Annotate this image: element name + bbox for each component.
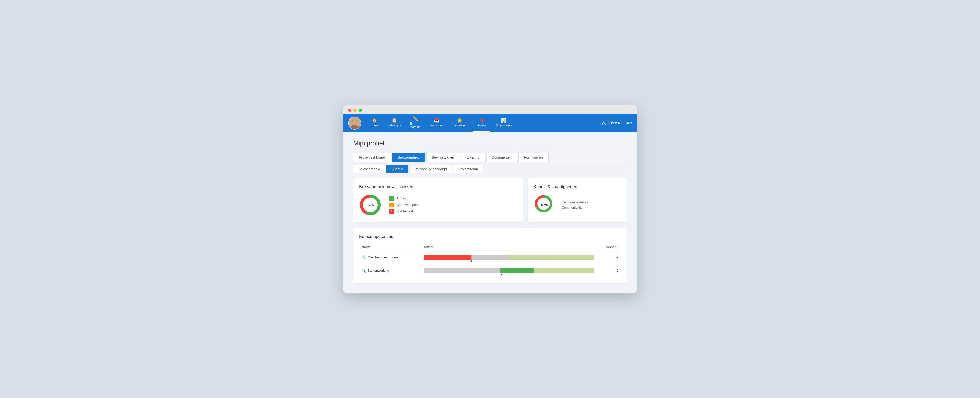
table-row: 🔍 Samenwerking ▲ 0 <box>359 264 621 277</box>
card-kennis-body: 67% Kerncompetenties Communicatie <box>534 194 621 216</box>
visma-logo-icon <box>601 121 606 126</box>
row-name-samenwerking: 🔍 Samenwerking <box>361 269 424 273</box>
nav-label-rapportages: Rapportages <box>495 124 512 127</box>
search-icon[interactable]: 🔍 <box>361 255 366 260</box>
legend-bekwaamheid: 4 Behaald 0 Gaan verlopen 3 Niet behaald <box>389 196 418 214</box>
rapportages-icon: 📊 <box>501 118 506 123</box>
browser-chrome <box>343 105 637 114</box>
search-icon[interactable]: 🔍 <box>361 269 366 273</box>
row-label-coachend: Coachend vermogen <box>368 255 398 259</box>
minimize-button-dot[interactable] <box>353 109 356 112</box>
tab-ervaring[interactable]: Ervaring <box>461 153 485 162</box>
home-icon: 🏠 <box>372 118 377 123</box>
nav-item-catalogus[interactable]: 📋 Catalogus <box>383 114 405 132</box>
legend-niet-behaald-label: Niet behaald <box>396 209 415 213</box>
favorieten-icon: ⭐ <box>457 118 462 123</box>
legend-niet-behaald: 3 Niet behaald <box>389 209 418 214</box>
nav-item-rapportages[interactable]: 📊 Rapportages <box>490 114 516 132</box>
kerncompetenties-title: Kerncompetenties <box>359 234 621 239</box>
tabs-secondary: Bekwaamheid Functie Persoonlijk benodigd… <box>353 165 627 173</box>
main-content: Mijn profiel Profieldashboard Bekwaamhei… <box>343 132 637 293</box>
logo-product: raet <box>626 121 632 125</box>
bar-arrow: ▲ <box>470 260 473 262</box>
trainingen-icon: 📅 <box>434 118 439 123</box>
tab-profieldashboard[interactable]: Profieldashboard <box>353 153 391 162</box>
tab-sec-bekwaamheid[interactable]: Bekwaamheid <box>353 165 385 173</box>
nav-items: 🏠 Home 📋 Catalogus ✏️ E-learning 📅 Train… <box>366 114 516 132</box>
legend-behaald-label: Behaald <box>396 197 408 200</box>
close-button-dot[interactable] <box>348 109 351 112</box>
nav-label-trainingen: Trainingen <box>430 124 444 127</box>
nav-bar: 🏠 Home 📋 Catalogus ✏️ E-learning 📅 Train… <box>343 114 637 132</box>
nav-item-acties[interactable]: 🔖 Acties <box>473 114 490 132</box>
bar-arrow2: ▲ <box>501 273 503 275</box>
catalogus-icon: 📋 <box>391 118 397 123</box>
nav-label-elearning: E-learning <box>410 122 420 129</box>
skills-list: Kerncompetenties Communicatie <box>562 200 588 209</box>
tab-bekwaamheid[interactable]: Bekwaamheid <box>392 153 425 162</box>
tab-sec-projectteam[interactable]: Project team <box>453 165 483 173</box>
legend-verlopen-label: Gaan verlopen <box>396 203 418 207</box>
bar-segment-lightgreen2 <box>534 268 593 273</box>
row-name-coachend: 🔍 Coachend vermogen <box>361 255 424 260</box>
nav-item-elearning[interactable]: ✏️ E-learning <box>405 114 425 132</box>
avatar[interactable] <box>348 117 361 130</box>
tab-formulieren[interactable]: Formulieren <box>519 153 549 162</box>
col-verschil: Verschil <box>593 245 619 249</box>
skill-item-0: Kerncompetenties <box>562 200 588 204</box>
avatar-image <box>348 117 361 129</box>
bar-coachend: ▲ <box>424 254 593 261</box>
legend-verlopen: 0 Gaan verlopen <box>389 203 418 207</box>
tab-sec-persoonlijk[interactable]: Persoonlijk benodigd <box>409 165 452 173</box>
legend-behaald: 4 Behaald <box>389 196 418 201</box>
logo-separator: | <box>622 120 624 126</box>
table-header: Naam Niveau Verschil <box>359 243 621 251</box>
card-kennis-title: Kennis & vaardigheden <box>534 184 621 189</box>
nav-item-favorieten[interactable]: ⭐ Favorieten <box>448 114 471 132</box>
page-title: Mijn profiel <box>353 139 627 147</box>
nav-label-acties: Acties <box>478 124 486 127</box>
card-bekwaamheid-body: 57% 4 Behaald 0 Gaan verlopen 3 <box>359 194 517 216</box>
svg-point-3 <box>353 119 357 124</box>
bar-segment-lightgreen <box>509 255 593 260</box>
skill-item-1: Communicatie <box>562 206 588 209</box>
nav-item-home[interactable]: 🏠 Home <box>366 114 383 132</box>
nav-label-favorieten: Favorieten <box>452 124 466 127</box>
donut-chart-kennis: 67% <box>534 194 556 216</box>
col-naam: Naam <box>361 245 424 249</box>
bar-segment-red <box>424 255 471 260</box>
card-bekwaamheid-title: Bekwaamheid bewijsstukken <box>359 184 517 189</box>
row-diff-samenwerking: 0 <box>593 269 619 273</box>
col-niveau: Niveau <box>424 245 593 249</box>
acties-icon: 🔖 <box>479 118 485 123</box>
tabs-primary: Profieldashboard Bekwaamheid Bewijsstukk… <box>353 152 627 162</box>
row-label-samenwerking: Samenwerking <box>368 269 389 273</box>
nav-label-catalogus: Catalogus <box>387 124 401 127</box>
browser-window: 🏠 Home 📋 Catalogus ✏️ E-learning 📅 Train… <box>343 105 637 293</box>
badge-verlopen: 0 <box>389 203 395 207</box>
row-diff-coachend: -2 <box>593 255 619 259</box>
badge-niet-behaald: 3 <box>389 209 395 214</box>
bar-samenwerking: ▲ <box>424 267 593 274</box>
maximize-button-dot[interactable] <box>358 109 362 112</box>
nav-item-trainingen[interactable]: 📅 Trainingen <box>425 114 448 132</box>
kerncompetenties-section: Kerncompetenties Naam Niveau Verschil 🔍 … <box>353 228 627 283</box>
bar-segment-grey2 <box>424 268 500 273</box>
donut-percentage-bekwaamheid: 57% <box>366 203 374 207</box>
bar-segment-grey <box>471 255 509 260</box>
tab-sec-functie[interactable]: Functie <box>387 165 408 173</box>
table-row: 🔍 Coachend vermogen ▲ -2 <box>359 251 621 264</box>
bar-segment-green <box>500 268 534 273</box>
donut-chart-bekwaamheid: 57% <box>359 194 382 216</box>
logo-brand: VISMA <box>608 121 620 125</box>
tab-bewijsstukken[interactable]: Bewijsstukken <box>426 153 460 162</box>
card-kennis: Kennis & vaardigheden 67% <box>528 178 627 222</box>
donut-percentage-kennis: 67% <box>541 203 549 207</box>
tab-documenten[interactable]: Documenten <box>486 153 517 162</box>
nav-divider <box>472 118 473 128</box>
badge-behaald: 4 <box>389 196 395 201</box>
nav-logo: VISMA | raet <box>601 120 632 126</box>
nav-label-home: Home <box>371 124 379 127</box>
cards-row: Bekwaamheid bewijsstukken <box>353 178 627 222</box>
elearning-icon: ✏️ <box>412 116 418 121</box>
